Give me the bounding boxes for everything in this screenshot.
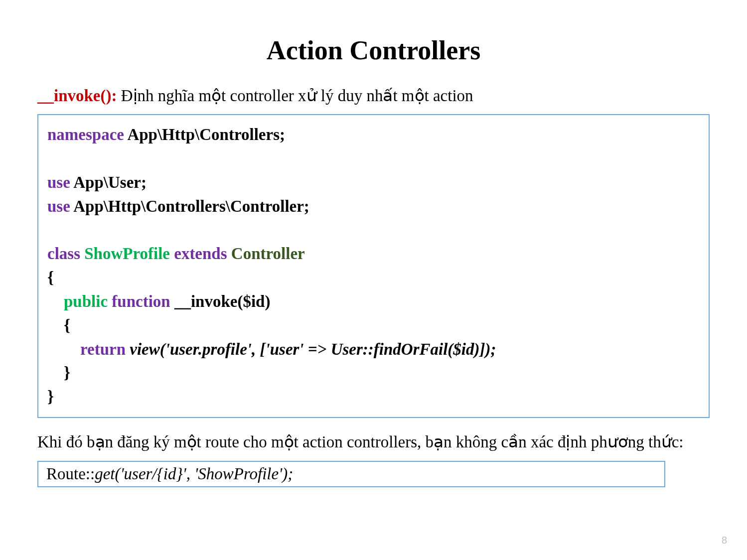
code-line-class: class ShowProfile extends Controller xyxy=(47,242,700,266)
ns-value: App\Http\Controllers; xyxy=(124,126,285,143)
kw-extends: extends xyxy=(170,245,231,263)
kw-public: public xyxy=(64,292,108,310)
code-block-main: namespace App\Http\Controllers; use App\… xyxy=(37,114,710,418)
kw-use: use xyxy=(47,197,70,215)
code-block-route: Route::get('user/{id}', 'ShowProfile'); xyxy=(37,461,665,487)
code-line-func-decl: public function __invoke($id) xyxy=(47,290,700,314)
class-name: ShowProfile xyxy=(84,245,170,263)
invoke-keyword: __invoke(): xyxy=(37,87,117,105)
intro-line: __invoke(): Định nghĩa một controller xử… xyxy=(37,86,710,105)
class-base: Controller xyxy=(231,245,305,263)
body-paragraph: Khi đó bạn đăng ký một route cho một act… xyxy=(37,433,710,452)
kw-class: class xyxy=(47,245,84,263)
route-prefix: Route:: xyxy=(46,465,95,483)
use1-value: App\User; xyxy=(70,173,147,191)
intro-text: Định nghĩa một controller xử lý duy nhất… xyxy=(117,87,473,105)
code-line-inner-open: { xyxy=(47,314,700,338)
func-signature: __invoke($id) xyxy=(174,292,271,310)
kw-namespace: namespace xyxy=(47,126,124,143)
kw-function: function xyxy=(108,292,174,310)
return-body: view('user.profile', ['user' => User::fi… xyxy=(126,340,496,358)
route-body: get('user/{id}', 'ShowProfile'); xyxy=(95,465,293,483)
slide: Action Controllers __invoke(): Định nghĩ… xyxy=(0,0,747,560)
use2-value: App\Http\Controllers\Controller; xyxy=(70,197,309,215)
slide-title: Action Controllers xyxy=(37,35,710,66)
code-line-blank xyxy=(47,218,700,242)
code-line-blank xyxy=(47,147,700,171)
code-line-brace-close: } xyxy=(47,385,700,409)
code-line-use2: use App\Http\Controllers\Controller; xyxy=(47,195,700,219)
kw-use: use xyxy=(47,173,70,191)
code-line-brace-open: { xyxy=(47,266,700,290)
page-number: 8 xyxy=(722,535,727,546)
code-line-namespace: namespace App\Http\Controllers; xyxy=(47,123,700,147)
code-line-use1: use App\User; xyxy=(47,171,700,195)
kw-return: return xyxy=(80,340,126,358)
code-line-inner-close: } xyxy=(47,361,700,385)
code-line-return: return view('user.profile', ['user' => U… xyxy=(47,338,700,362)
